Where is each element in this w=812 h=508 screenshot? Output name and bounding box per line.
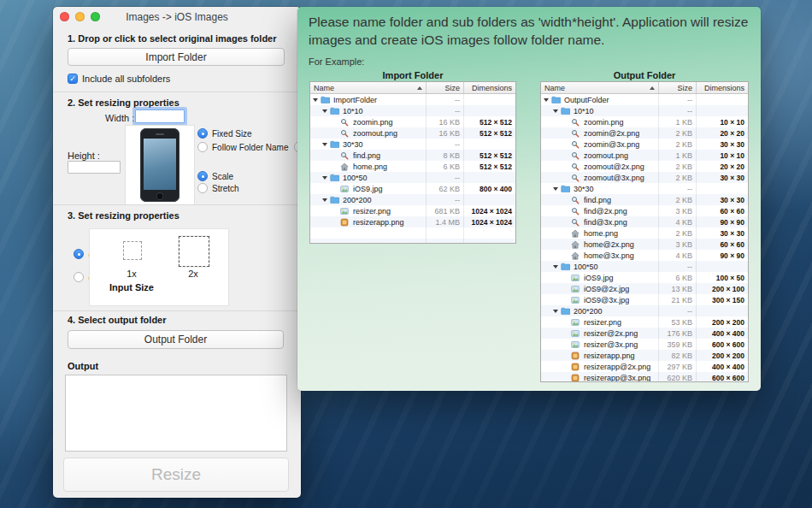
table-header: NameSizeDimensions [310,82,515,94]
fixed-size-radio[interactable]: Fixed Size [197,128,252,139]
table-row[interactable]: 100*50-- [310,172,515,183]
file-size: 4 KB [659,251,697,260]
output-log-textarea[interactable] [65,375,287,452]
stretch-radio[interactable]: Stretch [197,183,239,193]
column-header-name[interactable]: Name [541,82,659,93]
table-row[interactable]: zoomin.png1 KB10 × 10 [541,116,748,127]
file-size: 6 KB [427,162,464,171]
file-dimensions: 30 × 30 [697,229,748,238]
column-header-name[interactable]: Name [310,82,427,93]
table-row[interactable]: 10*10-- [310,105,515,116]
file-name: iOS9.jpg [584,274,614,282]
disclosure-triangle-icon[interactable] [553,187,558,191]
file-dimensions: 30 × 30 [697,140,748,149]
column-header-dimensions[interactable]: Dimensions [697,82,748,93]
radio-unselected-icon [197,142,208,152]
output-folder-button[interactable]: Output Folder [68,330,284,349]
file-dimensions: 600 × 600 [697,374,748,382]
file-dimensions: 20 × 20 [697,129,748,138]
iphone-speaker [156,133,164,135]
disclosure-triangle-icon[interactable] [313,98,318,102]
table-row[interactable]: home.png6 KB512 × 512 [310,161,515,172]
table-row[interactable]: 10*10-- [541,105,748,116]
file-name: find@2x.png [584,207,627,216]
table-row[interactable]: resizer.png681 KB1024 × 1024 [310,205,515,216]
section-divider [53,310,301,311]
table-row[interactable]: resizerapp@2x.png297 KB400 × 400 [541,361,748,372]
table-row[interactable]: zoomin.png16 KB512 × 512 [310,116,515,127]
table-row[interactable]: find@2x.png3 KB60 × 60 [541,205,748,216]
table-row[interactable]: 200*200-- [541,305,748,316]
table-row[interactable]: home.png2 KB30 × 30 [541,227,748,239]
file-dimensions: 200 × 200 [697,351,748,360]
table-row[interactable]: iOS9.jpg6 KB100 × 50 [541,272,748,283]
radio-unselected-icon [197,183,208,193]
disclosure-triangle-icon[interactable] [553,265,558,269]
disclosure-triangle-icon[interactable] [322,176,327,180]
photo-icon [571,340,581,349]
file-dimensions: 300 × 150 [697,296,748,304]
table-row[interactable]: iOS9@2x.jpg13 KB200 × 100 [541,283,748,294]
height-input[interactable] [68,161,121,174]
folder-icon [561,307,571,316]
column-header-size[interactable]: Size [427,82,464,93]
width-input[interactable] [135,109,185,123]
file-size: 21 KB [659,296,697,304]
file-size: 8 KB [427,151,464,160]
file-size: 16 KB [427,118,464,127]
column-header-size[interactable]: Size [659,82,697,93]
table-row[interactable]: find.png2 KB30 × 30 [541,194,748,205]
folder-icon [330,140,340,149]
table-row[interactable]: zoomout@3x.png2 KB30 × 30 [541,172,748,183]
disclosure-triangle-icon[interactable] [322,109,327,113]
disclosure-triangle-icon[interactable] [553,310,558,313]
file-name: iOS9@2x.jpg [584,285,629,293]
table-row[interactable]: ImportFolder-- [310,94,515,105]
table-row[interactable]: find.png8 KB512 × 512 [310,150,515,161]
table-row[interactable]: resizerapp@3x.png620 KB600 × 600 [541,372,748,381]
file-name: zoomout@3x.png [584,174,644,182]
disclosure-triangle-icon[interactable] [322,143,327,146]
file-size: 16 KB [427,129,464,138]
table-row[interactable]: iOS9@3x.jpg21 KB300 × 150 [541,294,748,305]
sort-ascending-icon [417,86,422,90]
table-row[interactable]: 100*50-- [541,261,748,272]
table-row[interactable]: 30*30-- [310,139,515,150]
table-row[interactable]: home@2x.png3 KB60 × 60 [541,239,748,250]
file-size: 620 KB [659,374,697,382]
table-row[interactable]: zoomout@2x.png2 KB20 × 20 [541,161,748,172]
table-row[interactable]: resizer@2x.png176 KB400 × 400 [541,328,748,339]
window-titlebar[interactable]: Images -> iOS Images [53,7,301,26]
table-row[interactable]: zoomin@2x.png2 KB20 × 20 [541,127,748,139]
table-row[interactable]: resizer.png53 KB200 × 200 [541,316,748,328]
include-subfolders-checkbox[interactable]: ✓ Include all subfolders [68,74,170,84]
table-row[interactable]: iOS9.jpg62 KB800 × 400 [310,183,515,194]
follow-folder-name-radio[interactable]: Follow Folder Name ? [197,141,306,153]
table-row[interactable]: resizer@3x.png359 KB600 × 600 [541,339,748,350]
table-row[interactable]: OutputFolder-- [541,94,748,105]
file-dimensions: 512 × 512 [464,151,515,160]
stretch-label: Stretch [212,184,239,193]
size-2x-box-icon [179,236,209,267]
table-row[interactable]: zoomout.png16 KB512 × 512 [310,127,515,139]
table-row[interactable]: resizerapp.png1.4 MB1024 × 1024 [310,216,515,227]
file-size: 62 KB [427,185,464,193]
resize-button[interactable]: Resize [63,458,289,492]
table-row[interactable]: zoomin@3x.png2 KB30 × 30 [541,139,748,150]
file-name: zoomin@3x.png [584,140,639,149]
table-row[interactable]: resizerapp.png82 KB200 × 200 [541,350,748,361]
disclosure-triangle-icon[interactable] [544,98,549,102]
column-header-dimensions[interactable]: Dimensions [464,82,515,93]
scale-radio[interactable]: Scale [197,171,233,181]
photo-icon [571,329,581,338]
import-folder-button[interactable]: Import Folder [68,48,285,66]
table-row[interactable]: find@3x.png4 KB90 × 90 [541,216,748,227]
table-row[interactable]: home@3x.png4 KB90 × 90 [541,250,748,261]
file-size: 176 KB [659,329,697,338]
table-row[interactable]: 200*200-- [310,194,515,205]
sort-ascending-icon [650,86,655,90]
disclosure-triangle-icon[interactable] [322,198,327,202]
table-row[interactable]: 30*30-- [541,183,748,194]
disclosure-triangle-icon[interactable] [553,109,558,113]
table-row[interactable]: zoomout.png1 KB10 × 10 [541,150,748,161]
